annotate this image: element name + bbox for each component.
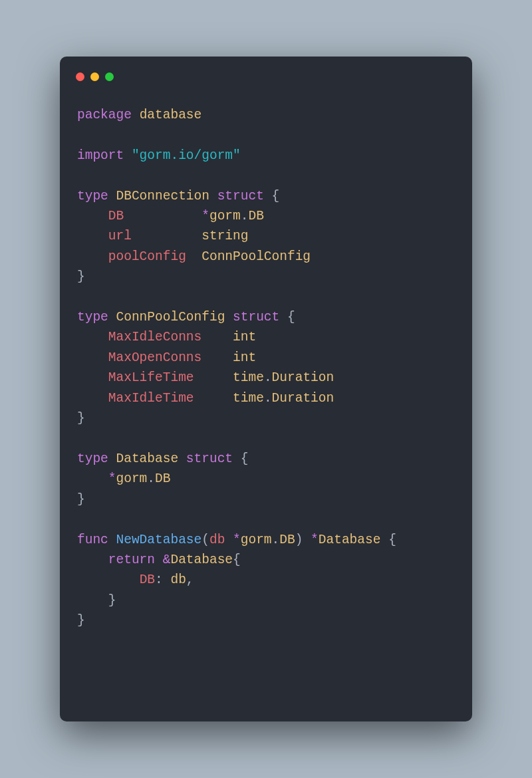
keyword-func: func <box>77 533 108 547</box>
window-titlebar <box>73 71 459 81</box>
pkg-gorm: gorm <box>116 471 148 486</box>
field-poolconfig: poolConfig <box>108 249 186 264</box>
pointer-star: * <box>311 533 319 547</box>
field-maxlifetime: MaxLifeTime <box>108 370 194 385</box>
paren-close: ) <box>295 533 303 547</box>
keyword-struct: struct <box>233 310 279 324</box>
type-int: int <box>233 330 256 344</box>
colon: : <box>155 573 163 587</box>
type-database-ret: Database <box>319 533 381 547</box>
pkg-time: time <box>233 391 264 406</box>
pointer-star: * <box>108 471 116 486</box>
brace-close: } <box>77 411 85 426</box>
keyword-return: return <box>108 553 155 567</box>
keyword-type: type <box>77 189 108 203</box>
dot: . <box>272 533 280 547</box>
pointer-star: * <box>201 209 209 223</box>
type-connpoolconfig-ref: ConnPoolConfig <box>201 249 311 264</box>
keyword-type: type <box>77 452 108 466</box>
pointer-star: * <box>233 533 241 547</box>
traffic-light-close-icon[interactable] <box>76 72 84 81</box>
type-db: DB <box>279 533 295 547</box>
field-maxopenconns: MaxOpenConns <box>108 350 201 365</box>
code-block: package database import "gorm.io/gorm" t… <box>73 105 459 631</box>
type-string: string <box>201 229 248 243</box>
pkg-gorm: gorm <box>241 533 272 547</box>
type-db: DB <box>155 471 170 486</box>
keyword-struct: struct <box>217 189 264 203</box>
paren-open: ( <box>201 533 209 547</box>
traffic-light-minimize-icon[interactable] <box>90 72 99 81</box>
keyword-type: type <box>77 310 108 324</box>
import-path: "gorm.io/gorm" <box>132 148 241 163</box>
brace-close: } <box>108 593 116 608</box>
dot: . <box>264 370 272 385</box>
brace-open: { <box>287 310 295 324</box>
comma: , <box>186 573 194 587</box>
dot: . <box>147 471 155 486</box>
type-database: Database <box>116 452 179 466</box>
brace-close: } <box>77 613 85 628</box>
dot: . <box>264 391 272 406</box>
code-window: package database import "gorm.io/gorm" t… <box>60 57 472 721</box>
brace-open: { <box>233 553 241 567</box>
brace-open: { <box>241 452 249 466</box>
keyword-import: import <box>77 148 124 163</box>
keyword-package: package <box>77 108 132 122</box>
pkg-time: time <box>233 370 264 385</box>
brace-close: } <box>77 269 85 284</box>
brace-close: } <box>77 492 85 507</box>
field-maxidletime: MaxIdleTime <box>108 391 194 406</box>
type-database-lit: Database <box>170 553 233 567</box>
type-dbconnection: DBConnection <box>116 189 209 203</box>
param-db: db <box>209 533 225 547</box>
func-newdatabase: NewDatabase <box>116 533 202 547</box>
field-maxidleconns: MaxIdleConns <box>108 330 201 344</box>
package-name: database <box>140 108 202 122</box>
field-url: url <box>108 229 132 243</box>
keyword-struct: struct <box>186 452 233 466</box>
field-db-assign: DB <box>140 573 155 587</box>
traffic-light-zoom-icon[interactable] <box>105 72 114 81</box>
dot: . <box>241 209 249 223</box>
type-duration: Duration <box>272 391 334 406</box>
var-db: db <box>170 573 186 587</box>
type-db: DB <box>248 209 263 223</box>
field-db: DB <box>108 209 124 223</box>
type-duration: Duration <box>272 370 334 385</box>
brace-open: { <box>272 189 280 203</box>
ampersand: & <box>163 553 171 567</box>
type-int: int <box>233 350 256 365</box>
pkg-gorm: gorm <box>209 209 241 223</box>
brace-open: { <box>388 533 396 547</box>
type-connpoolconfig: ConnPoolConfig <box>116 310 225 324</box>
